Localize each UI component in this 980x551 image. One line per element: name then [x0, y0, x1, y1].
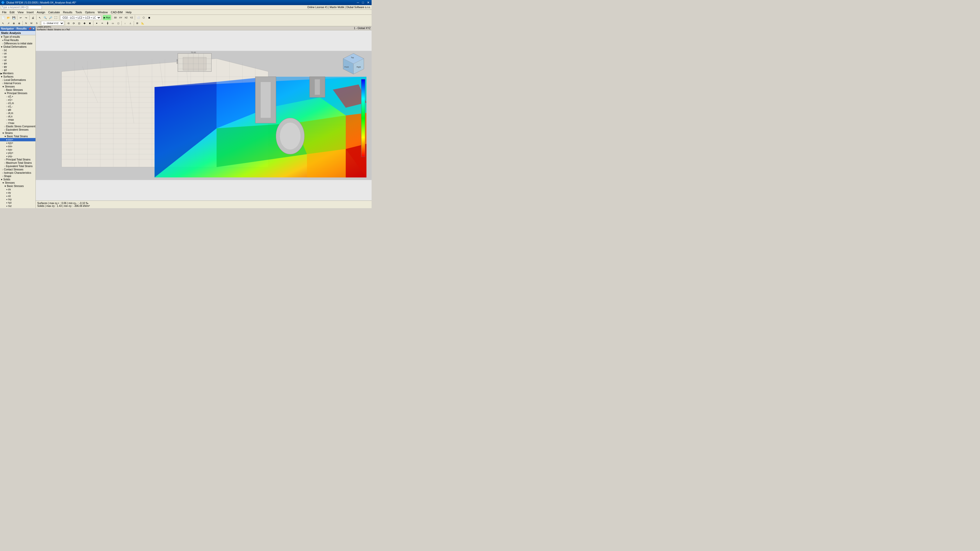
tb2-solids[interactable]: ◻ — [116, 21, 121, 26]
titlebar-controls[interactable]: ─ □ ✕ — [356, 1, 371, 4]
tree-solids-basic-stresses[interactable]: ▼ Basic Stresses — [0, 184, 35, 188]
tb-view-3d[interactable]: 3D — [113, 15, 118, 20]
tb2-supports[interactable]: ⊥ — [128, 21, 133, 26]
close-button[interactable]: ✕ — [366, 1, 371, 4]
tb-render[interactable]: ⬜ — [136, 15, 141, 20]
menu-item-view[interactable]: View — [16, 10, 25, 14]
menu-item-help[interactable]: Help — [124, 10, 133, 14]
menu-item-results[interactable]: Results — [62, 10, 74, 14]
expand-icon[interactable]: ▼ — [4, 135, 6, 138]
tree-tau-prime-max[interactable]: ○ τ'max — [0, 121, 35, 125]
expand-icon[interactable]: ▼ — [0, 76, 3, 78]
expand-icon[interactable]: ▼ — [4, 92, 6, 95]
tree-sigma1minus[interactable]: ○ σ1,- — [0, 105, 35, 108]
expand-icon[interactable]: ▼ — [0, 36, 3, 38]
tree-maximum-total[interactable]: ○ Maximum Total Strains — [0, 161, 35, 165]
tb2-2[interactable]: ↗ — [6, 21, 11, 26]
tree-equivalent-total[interactable]: ○ Equivalent Total Strains — [0, 165, 35, 168]
tree-solid-sz[interactable]: ● σz — [0, 194, 35, 198]
tb-zoom-in[interactable]: 🔍 — [43, 15, 48, 20]
tree-local-deformations[interactable]: ○ Local Deformations — [0, 78, 35, 82]
tb-view-xz[interactable]: XZ — [124, 15, 129, 20]
tb2-1[interactable]: ↖ — [0, 21, 6, 26]
tb2-6[interactable]: M — [29, 21, 34, 26]
tree-equivalent-stresses[interactable]: ○ Equivalent Stresses — [0, 128, 35, 131]
tree-phi-b[interactable]: ○ φb — [0, 108, 35, 111]
tb2-lines[interactable]: ━ — [100, 21, 105, 26]
tree-isotropic[interactable]: ○ Isotropic Characteristics — [0, 171, 35, 175]
tree-shape[interactable]: ○ Shape — [0, 175, 35, 178]
tb-view-yz[interactable]: YZ — [129, 15, 134, 20]
tree-elastic-stress[interactable]: ○ Elastic Stress Components — [0, 125, 35, 128]
minimize-button[interactable]: ─ — [356, 1, 360, 4]
tree-solid-txy-plus[interactable]: ● τxy+ — [0, 208, 35, 208]
tb2-surfaces[interactable]: ▭ — [110, 21, 115, 26]
tree-solids-stresses[interactable]: ▼ Stresses — [0, 181, 35, 184]
tb-run[interactable]: ▶ Run — [103, 15, 111, 20]
tree-principal-total[interactable]: ○ Principal Total Strains — [0, 158, 35, 161]
tree-internal-forces[interactable]: ○ Internal Forces — [0, 82, 35, 85]
tb2-measure[interactable]: 📐 — [140, 21, 145, 26]
expand-icon[interactable]: ▼ — [2, 132, 4, 135]
expand-icon[interactable]: ▼ — [0, 46, 3, 48]
tree-sigma-tm[interactable]: ○ σt,m — [0, 111, 35, 115]
tb-select[interactable]: ↖ — [37, 15, 42, 20]
tree-type-of-results[interactable]: ▼ Type of results — [0, 35, 35, 38]
tb2-10[interactable]: ⊡ — [76, 21, 82, 26]
tb-redo[interactable]: ↪ — [24, 15, 29, 20]
tree-phi-y[interactable]: ○ φy — [0, 65, 35, 68]
tb2-8[interactable]: ⟲ — [66, 21, 71, 26]
load-case-dropdown[interactable]: CO2 - LC1 + LC2 + LC3 + LC4 — [60, 15, 101, 20]
tb-undo[interactable]: ↩ — [18, 15, 23, 20]
tree-surfaces[interactable]: ▼ Surfaces — [0, 75, 35, 78]
menu-item-tools[interactable]: Tools — [74, 10, 83, 14]
tree-sigma2[interactable]: ○ σ2,+ — [0, 95, 35, 98]
menu-item-cad-bim[interactable]: CAD-BIM — [109, 10, 124, 14]
tb-new[interactable]: 📄 — [0, 15, 6, 20]
tree-solid-sy[interactable]: ● σy — [0, 191, 35, 194]
tree-exx-minus[interactable]: ● εxx- — [0, 144, 35, 148]
cs-dropdown[interactable]: 1 - Global XYZ — [41, 21, 64, 25]
menu-item-window[interactable]: Window — [96, 10, 109, 14]
tb2-members[interactable]: ╋ — [105, 21, 110, 26]
expand-icon[interactable]: ▼ — [0, 178, 3, 181]
tb-zoom-out[interactable]: 🔎 — [48, 15, 53, 20]
tree-phi-z[interactable]: ○ φz — [0, 68, 35, 72]
tree-basic-total-strains[interactable]: ▼ Basic Total Strains — [0, 135, 35, 138]
tree-differences[interactable]: ○ Differences to initial state — [0, 42, 35, 45]
tb-open[interactable]: 📂 — [6, 15, 11, 20]
tree-u-total[interactable]: ○ |u| — [0, 48, 35, 52]
tree-basic-stresses[interactable]: ○ Basic Stresses — [0, 88, 35, 92]
tb2-loads[interactable]: ↓ — [123, 21, 127, 26]
tree-members[interactable]: ▶ Members — [0, 72, 35, 75]
tb2-12[interactable]: ✖ — [87, 21, 92, 26]
tree-exx-plus[interactable]: ● εxx+ — [0, 138, 35, 141]
tree-gxy-plus[interactable]: ● γxy+ — [0, 151, 35, 155]
tree-uz[interactable]: ○ uz — [0, 59, 35, 62]
tb2-5[interactable]: N — [24, 21, 29, 26]
tree-solid-sx[interactable]: ● σx — [0, 188, 35, 191]
expand-icon[interactable]: ▶ — [0, 72, 2, 75]
tree-solid-txz[interactable]: ● τxz — [0, 204, 35, 208]
tree-solid-tyz[interactable]: ● τyz — [0, 201, 35, 204]
tree-solids[interactable]: ▼ Solids — [0, 178, 35, 181]
menu-item-assign[interactable]: Assign — [35, 10, 47, 14]
tree-gxy-minus[interactable]: ● γxy- — [0, 155, 35, 158]
menu-item-edit[interactable]: Edit — [8, 10, 16, 14]
tb2-4[interactable]: ⊗ — [17, 21, 22, 26]
tree-uy[interactable]: ○ uy — [0, 55, 35, 59]
tree-sigma1m[interactable]: ○ σ1,m — [0, 102, 35, 105]
tb-shade[interactable]: ◼ — [146, 15, 151, 20]
tb2-3[interactable]: ⊕ — [11, 21, 16, 26]
tree-strains[interactable]: ▼ Strains — [0, 131, 35, 135]
tb-zoom-all[interactable]: ⛶ — [53, 15, 59, 20]
tree-principal-stresses[interactable]: ▼ Principal Stresses — [0, 92, 35, 95]
viewport-canvas[interactable]: 75.00 60.00 — [36, 30, 372, 200]
menu-item-calculate[interactable]: Calculate — [47, 10, 62, 14]
expand-icon[interactable]: ▼ — [4, 185, 6, 187]
tree-eyy-plus[interactable]: ● εyy+ — [0, 141, 35, 144]
tb2-9[interactable]: ⟳ — [71, 21, 76, 26]
menu-item-options[interactable]: Options — [83, 10, 96, 14]
tree-sigma-tn[interactable]: ○ σt,n — [0, 115, 35, 118]
tree-solid-txy[interactable]: ● τxy — [0, 198, 35, 201]
